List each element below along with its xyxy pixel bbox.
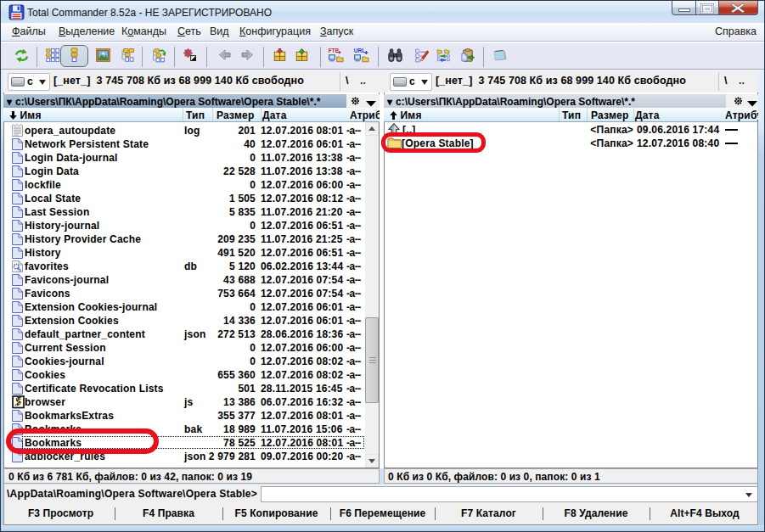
svg-text:URL: URL bbox=[354, 48, 365, 53]
svg-text:FTP: FTP bbox=[329, 48, 340, 53]
